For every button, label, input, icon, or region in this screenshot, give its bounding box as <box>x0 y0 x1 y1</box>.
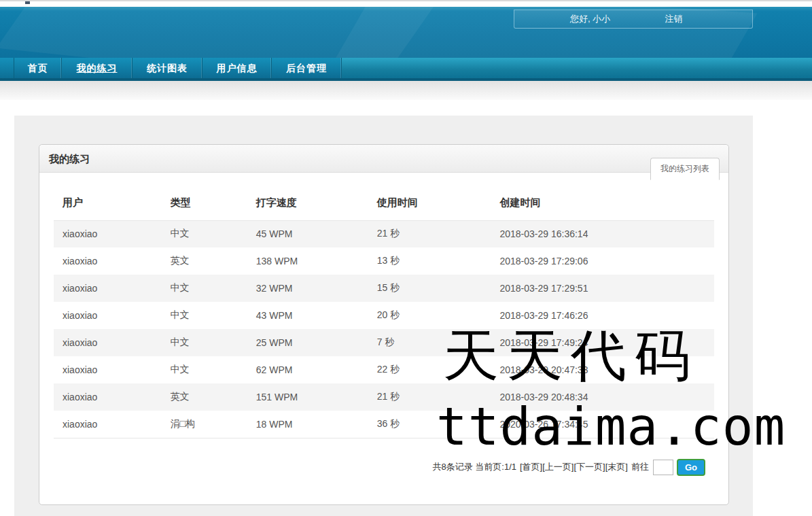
cell-speed: 151 WPM <box>247 383 368 411</box>
page-link-prev[interactable]: [上一页] <box>542 461 573 473</box>
nav-item-home[interactable]: 首页 <box>14 58 61 78</box>
table-row: xiaoxiao 中文 45 WPM 21 秒 2018-03-29 16:36… <box>54 220 714 247</box>
cell-type: 中文 <box>161 329 247 356</box>
cell-duration: 15 秒 <box>368 275 491 302</box>
table-row: xiaoxiao 中文 32 WPM 15 秒 2018-03-29 17:29… <box>54 275 714 302</box>
cell-speed: 138 WPM <box>247 247 368 275</box>
table-row: xiaoxiao 中文 25 WPM 7 秒 2018-03-29 17:49:… <box>54 329 714 356</box>
cell-user: xiaoxiao <box>54 356 161 383</box>
col-header-user: 用户 <box>54 186 161 220</box>
cell-speed: 45 WPM <box>247 220 368 247</box>
cell-created: 2018-03-29 17:49:24 <box>491 329 714 356</box>
nav-item-admin[interactable]: 后台管理 <box>271 58 341 78</box>
cell-speed: 32 WPM <box>247 275 368 302</box>
user-session-box: 您好, 小小 注销 <box>514 10 753 29</box>
go-button[interactable]: Go <box>677 459 705 476</box>
practice-panel: 我的练习 我的练习列表 用户 类型 打字速度 使用时间 创建时间 x <box>39 144 729 505</box>
cell-created: 2018-03-29 17:29:06 <box>491 247 714 275</box>
cell-user: xiaoxiao <box>54 329 161 356</box>
practice-table: 用户 类型 打字速度 使用时间 创建时间 xiaoxiao 中文 45 WPM … <box>54 186 714 438</box>
page-link-last[interactable]: [末页] <box>605 461 628 473</box>
cell-speed: 43 WPM <box>247 302 368 329</box>
page-link-first[interactable]: [首页] <box>520 461 542 473</box>
cell-user: xiaoxiao <box>54 220 161 247</box>
cell-speed: 25 WPM <box>247 329 368 356</box>
cell-duration: 13 秒 <box>368 247 491 275</box>
table-row: xiaoxiao 英文 151 WPM 21 秒 2018-03-29 20:4… <box>54 383 714 411</box>
cell-user: xiaoxiao <box>54 247 161 275</box>
cell-type: 涓□构 <box>161 411 247 438</box>
panel-body: 用户 类型 打字速度 使用时间 创建时间 xiaoxiao 中文 45 WPM … <box>39 173 728 476</box>
table-row: xiaoxiao 英文 138 WPM 13 秒 2018-03-29 17:2… <box>54 247 714 275</box>
table-row: xiaoxiao 中文 43 WPM 20 秒 2018-03-29 17:46… <box>54 302 714 329</box>
cell-duration: 20 秒 <box>368 302 491 329</box>
cell-created: 2018-03-29 16:36:14 <box>491 220 714 247</box>
nav-item-my-practice[interactable]: 我的练习 <box>61 58 132 78</box>
cell-user: xiaoxiao <box>54 275 161 302</box>
cell-duration: 36 秒 <box>368 411 491 438</box>
header-shadow-band <box>0 81 812 100</box>
table-row: xiaoxiao 中文 62 WPM 22 秒 2018-03-29 20:47… <box>54 356 714 383</box>
page-link-next[interactable]: [下一页] <box>573 461 605 473</box>
site-header: 您好, 小小 注销 首页 我的练习 统计图表 用户信息 后台管理 <box>0 7 812 81</box>
panel-header: 我的练习 <box>39 145 728 173</box>
white-gap <box>0 100 812 116</box>
col-header-created: 创建时间 <box>491 186 714 220</box>
goto-label: 前往 <box>631 461 649 473</box>
cell-duration: 22 秒 <box>368 356 491 383</box>
col-header-speed: 打字速度 <box>247 186 368 220</box>
cell-type: 英文 <box>161 247 247 275</box>
nav-under-strip <box>0 78 812 81</box>
cell-type: 中文 <box>161 275 247 302</box>
tab-practice-list[interactable]: 我的练习列表 <box>650 158 720 180</box>
nav-lead-spacer <box>0 58 14 78</box>
cell-created: 2018-03-29 20:47:33 <box>491 356 714 383</box>
cell-type: 中文 <box>161 302 247 329</box>
record-summary: 共8条记录 当前页:1/1 <box>432 461 516 473</box>
nav-item-user-info[interactable]: 用户信息 <box>202 58 271 78</box>
cell-speed: 18 WPM <box>247 411 368 438</box>
nav-item-charts[interactable]: 统计图表 <box>132 58 202 78</box>
cell-user: xiaoxiao <box>54 383 161 411</box>
col-header-type: 类型 <box>161 186 247 220</box>
content-container: 我的练习 我的练习列表 用户 类型 打字速度 使用时间 创建时间 x <box>14 116 753 516</box>
cell-type: 英文 <box>161 383 247 411</box>
pagination-bar: 共8条记录 当前页:1/1 [首页] [上一页] [下一页] [末页] 前往 G… <box>54 459 714 476</box>
table-header-row: 用户 类型 打字速度 使用时间 创建时间 <box>54 186 714 220</box>
cell-type: 中文 <box>161 220 247 247</box>
cell-type: 中文 <box>161 356 247 383</box>
table-row: xiaoxiao 涓□构 18 WPM 36 秒 2020-03-26 17:3… <box>54 411 714 438</box>
cell-created: 2018-03-29 17:46:26 <box>491 302 714 329</box>
col-header-duration: 使用时间 <box>368 186 491 220</box>
cell-user: xiaoxiao <box>54 411 161 438</box>
cell-speed: 62 WPM <box>247 356 368 383</box>
cell-duration: 21 秒 <box>368 220 491 247</box>
cell-created: 2018-03-29 20:48:34 <box>491 383 714 411</box>
nav-filler <box>341 58 812 78</box>
top-edge-strip <box>0 0 812 7</box>
cell-created: 2018-03-29 17:29:51 <box>491 275 714 302</box>
greeting-text: 您好, 小小 <box>570 13 610 25</box>
cell-duration: 7 秒 <box>368 329 491 356</box>
main-nav: 首页 我的练习 统计图表 用户信息 后台管理 <box>0 58 812 78</box>
top-edge-artifact-icon <box>25 1 30 4</box>
panel-title: 我的练习 <box>49 153 90 165</box>
cell-user: xiaoxiao <box>54 302 161 329</box>
goto-page-input[interactable] <box>653 460 673 475</box>
cell-duration: 21 秒 <box>368 383 491 411</box>
logout-link[interactable]: 注销 <box>665 13 682 25</box>
cell-created: 2020-03-26 17:34:45 <box>491 411 714 438</box>
